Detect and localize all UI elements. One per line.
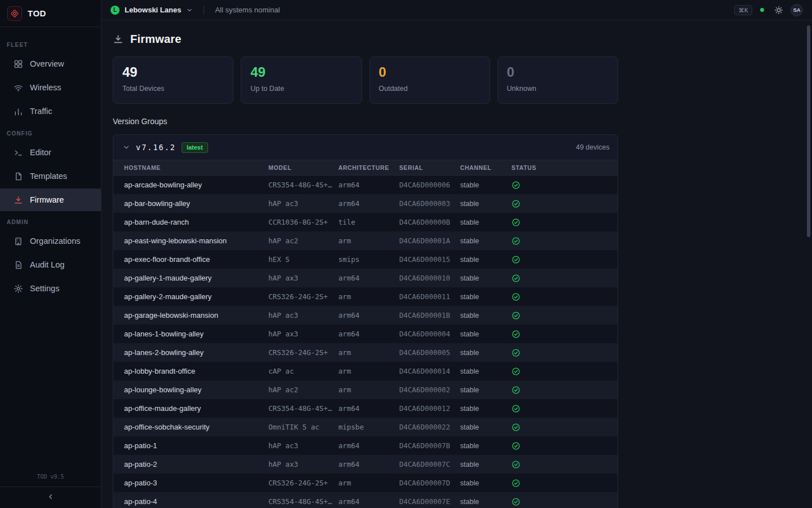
cell-architecture: arm64: [338, 497, 399, 506]
table-row[interactable]: ap-patio-1hAP ac3arm64D4CA6D00007Bstable: [113, 436, 617, 455]
cell-channel: stable: [460, 237, 511, 245]
table-body: ap-arcade-bowling-alleyCRS354-48G-4S+…ar…: [113, 176, 617, 508]
check-circle-icon: [511, 255, 617, 264]
sidebar-item-wireless[interactable]: Wireless: [0, 76, 101, 99]
cell-architecture: arm64: [338, 441, 399, 450]
cell-model: hAP ax3: [268, 460, 338, 468]
check-circle-icon: [511, 423, 617, 432]
sidebar-item-overview[interactable]: Overview: [0, 52, 101, 75]
check-circle-icon: [511, 479, 617, 488]
table-row[interactable]: ap-gallery-2-maude-galleryCRS326-24G-2S+…: [113, 287, 617, 306]
cell-model: CRS354-48G-4S+…: [268, 181, 338, 189]
cell-serial: D4CA6D000005: [399, 348, 460, 357]
theme-toggle-sun-icon[interactable]: [774, 6, 783, 15]
page-header: Firmware: [113, 33, 618, 46]
main-area: L Lebowski Lanes All systems nominal ⌘K …: [102, 0, 812, 508]
sidebar-item-label: Templates: [30, 172, 67, 181]
table-row[interactable]: ap-gallery-1-maude-galleryhAP ax3arm64D4…: [113, 269, 617, 287]
table-row[interactable]: ap-east-wing-lebowski-mansionhAP ac2armD…: [113, 231, 617, 250]
cell-architecture: arm64: [338, 404, 399, 413]
doc-icon: [14, 260, 23, 270]
sidebar-item-label: Wireless: [30, 83, 61, 92]
cell-hostname: ap-lanes-1-bowling-alley: [124, 330, 268, 338]
table-row[interactable]: ap-lounge-bowling-alleyhAP ac2armD4CA6D0…: [113, 380, 617, 399]
sidebar: TOD FLEETOverviewWirelessTrafficCONFIGEd…: [0, 0, 102, 508]
check-circle-icon: [511, 218, 617, 227]
command-palette-shortcut[interactable]: ⌘K: [734, 5, 752, 15]
cell-hostname: ap-patio-2: [124, 460, 268, 468]
page-scrollbar[interactable]: [807, 25, 810, 237]
chevron-down-icon[interactable]: [122, 143, 130, 151]
table-row[interactable]: ap-lanes-2-bowling-alleyCRS326-24G-2S+ar…: [113, 343, 617, 362]
cell-hostname: ap-lanes-2-bowling-alley: [124, 348, 268, 357]
cell-serial: D4CA6D000011: [399, 292, 460, 301]
stat-label: Total Devices: [122, 85, 224, 93]
sidebar-item-organizations[interactable]: Organizations: [0, 230, 101, 252]
table-row[interactable]: ap-bar-bowling-alleyhAP ac3arm64D4CA6D00…: [113, 194, 617, 213]
check-circle-icon: [511, 404, 617, 413]
page-content: Firmware 49Total Devices49Up to Date0Out…: [102, 20, 618, 508]
org-switcher[interactable]: Lebowski Lanes: [125, 6, 181, 14]
table-row[interactable]: ap-garage-lebowski-mansionhAP ac3arm64D4…: [113, 306, 617, 325]
sidebar-item-templates[interactable]: Templates: [0, 165, 101, 187]
user-avatar[interactable]: SA: [791, 4, 803, 16]
check-circle-icon: [511, 311, 617, 320]
cell-serial: D4CA6D000002: [399, 386, 460, 394]
table-row[interactable]: ap-lobby-brandt-officecAP acarmD4CA6D000…: [113, 362, 617, 380]
cell-hostname: ap-barn-dude-ranch: [124, 218, 268, 226]
table-row[interactable]: ap-arcade-bowling-alleyCRS354-48G-4S+…ar…: [113, 176, 617, 194]
chevron-left-icon: [47, 493, 55, 503]
cell-hostname: ap-lobby-brandt-office: [124, 367, 268, 375]
stat-cards: 49Total Devices49Up to Date0Outdated0Unk…: [113, 56, 618, 104]
table-row[interactable]: ap-lanes-1-bowling-alleyhAP ax3arm64D4CA…: [113, 325, 617, 343]
cell-hostname: ap-patio-1: [124, 441, 268, 450]
table-row[interactable]: ap-office-sobchak-securityOmniTIK 5 acmi…: [113, 418, 617, 436]
cell-channel: stable: [460, 479, 511, 487]
cell-hostname: ap-gallery-2-maude-gallery: [124, 292, 268, 301]
check-circle-icon: [511, 441, 617, 450]
version-group-header[interactable]: v7.16.2 latest 49 devices: [113, 135, 617, 160]
cell-serial: D4CA6D000006: [399, 181, 460, 189]
cell-model: hAP ac2: [268, 386, 338, 394]
cell-architecture: arm64: [338, 274, 399, 282]
cell-serial: D4CA6D000014: [399, 367, 460, 375]
app-root: TOD FLEETOverviewWirelessTrafficCONFIGEd…: [0, 0, 812, 508]
cell-hostname: ap-lounge-bowling-alley: [124, 386, 268, 394]
cell-channel: stable: [460, 218, 511, 226]
table-row[interactable]: ap-exec-floor-brandt-officehEX SsmipsD4C…: [113, 250, 617, 269]
chevron-down-icon[interactable]: [186, 7, 193, 14]
cell-channel: stable: [460, 442, 511, 450]
table-row[interactable]: ap-barn-dude-ranchCCR1036-8G-2S+tileD4CA…: [113, 213, 617, 231]
sidebar-item-traffic[interactable]: Traffic: [0, 100, 101, 122]
table-row[interactable]: ap-patio-4CRS354-48G-4S+…arm64D4CA6D0000…: [113, 492, 617, 508]
cell-channel: stable: [460, 293, 511, 301]
sidebar-item-firmware[interactable]: Firmware: [0, 189, 101, 211]
cell-serial: D4CA6D000004: [399, 330, 460, 338]
cell-hostname: ap-patio-3: [124, 479, 268, 487]
cell-architecture: tile: [338, 218, 399, 226]
cell-hostname: ap-garage-lebowski-mansion: [124, 311, 268, 319]
cell-hostname: ap-patio-4: [124, 497, 268, 506]
check-circle-icon: [511, 237, 617, 246]
sidebar-item-label: Overview: [30, 59, 64, 68]
table-row[interactable]: ap-patio-2hAP ax3arm64D4CA6D00007Cstable: [113, 455, 617, 474]
cell-channel: stable: [460, 256, 511, 264]
nav-section-label: ADMIN: [0, 212, 101, 229]
health-dot-icon: [760, 8, 764, 12]
table-row[interactable]: ap-patio-3CRS326-24G-2S+armD4CA6D00007Ds…: [113, 474, 617, 492]
sidebar-item-audit-log[interactable]: Audit Log: [0, 253, 101, 276]
section-title: Version Groups: [113, 117, 618, 126]
firmware-download-icon: [113, 34, 123, 45]
cell-model: hEX S: [268, 255, 338, 264]
sidebar-nav: FLEETOverviewWirelessTrafficCONFIGEditor…: [0, 27, 101, 468]
collapse-sidebar-button[interactable]: [0, 487, 101, 508]
cell-hostname: ap-exec-floor-brandt-office: [124, 255, 268, 264]
check-circle-icon: [511, 292, 617, 301]
cell-architecture: smips: [338, 255, 399, 264]
cell-channel: stable: [460, 498, 511, 506]
table-row[interactable]: ap-office-maude-galleryCRS354-48G-4S+…ar…: [113, 399, 617, 418]
sidebar-item-settings[interactable]: Settings: [0, 277, 101, 300]
table-header-row: HOSTNAMEMODELARCHITECTURESERIALCHANNELST…: [113, 160, 617, 176]
sidebar-item-editor[interactable]: Editor: [0, 141, 101, 164]
cell-serial: D4CA6D000015: [399, 255, 460, 264]
